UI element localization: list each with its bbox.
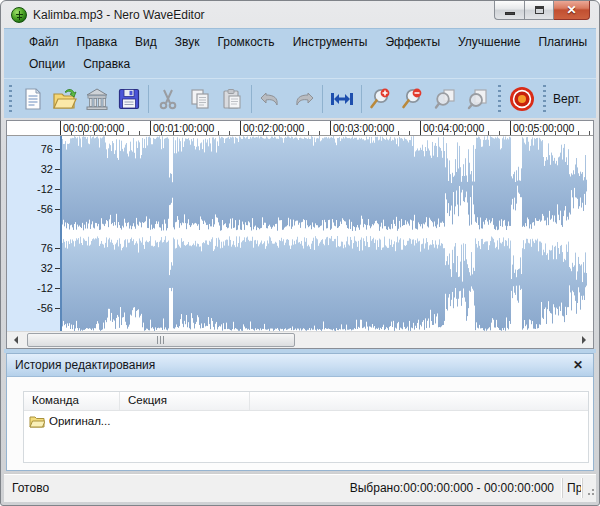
ruler-minor-tick xyxy=(533,131,534,135)
toolbar: Верт. xyxy=(4,78,596,118)
scroll-left-arrow[interactable] xyxy=(7,332,24,348)
toolbar-grip[interactable] xyxy=(497,84,503,114)
undo-icon xyxy=(258,87,284,111)
menu-item[interactable]: Вид xyxy=(126,33,166,51)
listview-column-header[interactable]: Секция xyxy=(120,392,250,410)
ruler-minor-tick xyxy=(285,131,286,135)
zoom-selection-button[interactable] xyxy=(429,83,461,115)
restore-icon xyxy=(535,6,544,14)
restore-button[interactable] xyxy=(524,1,554,20)
ruler-minor-tick xyxy=(71,131,72,135)
zoom-out-icon xyxy=(400,86,426,112)
save-icon xyxy=(117,87,141,111)
waveform-canvas[interactable] xyxy=(60,136,587,331)
audio-library-button[interactable] xyxy=(81,83,113,115)
cut-button[interactable] xyxy=(152,83,184,115)
copy-button[interactable] xyxy=(184,83,216,115)
ruler-minor-tick xyxy=(398,131,399,135)
paste-icon xyxy=(220,87,244,111)
menu-item[interactable]: Плагины xyxy=(529,33,596,51)
ruler-minor-tick xyxy=(218,131,219,135)
zoom-in-button[interactable] xyxy=(365,83,397,115)
menu-item[interactable]: Правка xyxy=(68,33,127,51)
history-header: История редактирования ✕ xyxy=(7,354,593,377)
ruler-minor-tick xyxy=(364,131,365,135)
ruler-major-tick xyxy=(150,121,151,136)
ruler-minor-tick xyxy=(251,131,252,135)
save-button[interactable] xyxy=(113,83,145,115)
zoom-in-icon xyxy=(368,86,394,112)
close-button[interactable]: ✕ xyxy=(554,1,590,20)
menu-item[interactable]: Эффекты xyxy=(376,33,449,51)
ruler-minor-tick xyxy=(409,131,410,135)
ruler-minor-tick xyxy=(353,131,354,135)
status-truncated-cell: Пр xyxy=(562,478,582,498)
ruler-minor-tick xyxy=(544,131,545,135)
db-tick xyxy=(55,149,60,150)
menu-item[interactable]: Звук xyxy=(166,33,209,51)
ruler-minor-tick xyxy=(229,131,230,135)
history-close-icon[interactable]: ✕ xyxy=(571,358,585,372)
ruler-minor-tick xyxy=(555,131,556,135)
db-scale: 7632-12-567632-12-56 xyxy=(7,136,60,331)
status-ready-text: Готово xyxy=(4,481,350,495)
open-file-button[interactable] xyxy=(49,83,81,115)
minimize-button[interactable] xyxy=(494,1,524,20)
history-panel: История редактирования ✕ КомандаСекция О… xyxy=(6,353,594,471)
db-label: 32 xyxy=(41,163,53,175)
copy-icon xyxy=(188,87,212,111)
cut-icon xyxy=(156,87,180,111)
audio-library-icon xyxy=(84,87,110,111)
undo-button[interactable] xyxy=(255,83,287,115)
history-listview: КомандаСекция Оригинал... xyxy=(23,391,589,463)
db-tick xyxy=(55,308,60,309)
scrollbar-thumb[interactable] xyxy=(27,333,295,347)
toolbar-separator xyxy=(148,85,149,113)
record-button[interactable] xyxy=(506,83,538,115)
resize-grip[interactable] xyxy=(582,478,596,498)
menu-item[interactable]: Справка xyxy=(74,55,139,73)
menu-item[interactable]: Опции xyxy=(20,55,74,73)
listview-column-header[interactable]: Команда xyxy=(24,392,120,410)
ruler-minor-tick xyxy=(341,131,342,135)
open-folder-icon xyxy=(52,87,78,111)
titlebar: Kalimba.mp3 - Nero WaveEditor ✕ xyxy=(4,1,596,28)
db-tick xyxy=(55,189,60,190)
menu-item[interactable]: Окна xyxy=(596,33,600,51)
toolbar-separator xyxy=(361,85,362,113)
zoom-out-button[interactable] xyxy=(397,83,429,115)
ruler-minor-tick xyxy=(566,131,567,135)
fit-width-button[interactable] xyxy=(326,83,358,115)
history-row[interactable]: Оригинал... xyxy=(24,411,588,430)
scroll-right-arrow[interactable] xyxy=(576,332,593,348)
ruler-minor-tick xyxy=(116,131,117,135)
ruler-minor-tick xyxy=(308,131,309,135)
new-file-button[interactable] xyxy=(17,83,49,115)
ruler-minor-tick xyxy=(195,131,196,135)
menu-item[interactable]: Громкость xyxy=(208,33,283,51)
close-icon: ✕ xyxy=(566,4,576,16)
ruler-minor-tick xyxy=(443,131,444,135)
ruler-minor-tick xyxy=(454,131,455,135)
menubar: ФайлПравкаВидЗвукГромкостьИнструментыЭфф… xyxy=(4,28,596,78)
horizontal-scrollbar[interactable] xyxy=(7,331,593,348)
menu-item[interactable]: Улучшение xyxy=(449,33,529,51)
zoom-all-icon xyxy=(464,86,490,112)
menu-item[interactable]: Файл xyxy=(20,33,68,51)
timeline-ruler[interactable]: 00:00:00:00000:01:00:00000:02:00:00000:0… xyxy=(7,121,593,136)
toolbar-grip[interactable] xyxy=(542,84,548,114)
toolbar-grip[interactable] xyxy=(8,84,14,114)
menu-item[interactable]: Инструменты xyxy=(284,33,377,51)
ruler-minor-tick xyxy=(173,131,174,135)
ruler-minor-tick xyxy=(375,131,376,135)
record-icon xyxy=(508,85,536,113)
vertical-zoom-label[interactable]: Верт. xyxy=(551,92,582,106)
zoom-all-button[interactable] xyxy=(461,83,493,115)
paste-button[interactable] xyxy=(216,83,248,115)
redo-button[interactable] xyxy=(287,83,319,115)
ruler-major-tick xyxy=(240,121,241,136)
minimize-icon xyxy=(505,12,515,15)
db-tick xyxy=(55,248,60,249)
listview-column-filler xyxy=(250,392,588,410)
waveform-panel: 00:00:00:00000:01:00:00000:02:00:00000:0… xyxy=(6,120,594,349)
